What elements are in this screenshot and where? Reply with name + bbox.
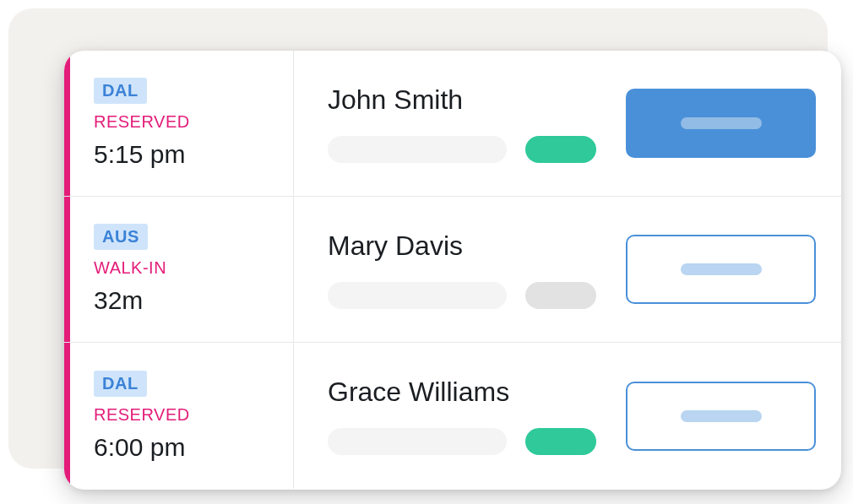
status-indicator xyxy=(525,428,596,455)
action-button[interactable] xyxy=(626,89,816,158)
action-button-label-placeholder xyxy=(681,410,762,422)
location-badge: AUS xyxy=(94,224,148,250)
guest-detail-row xyxy=(328,282,596,309)
action-button[interactable] xyxy=(626,382,816,451)
action-button-label-placeholder xyxy=(681,117,762,129)
time-label: 5:15 pm xyxy=(94,140,276,169)
reservation-row[interactable]: DAL RESERVED 5:15 pm John Smith xyxy=(64,51,841,197)
location-badge: DAL xyxy=(94,371,147,397)
status-label: RESERVED xyxy=(94,112,276,132)
status-indicator xyxy=(525,282,596,309)
reservation-meta: DAL RESERVED 6:00 pm xyxy=(70,343,294,489)
action-button-label-placeholder xyxy=(681,263,762,275)
action-button[interactable] xyxy=(626,235,816,304)
time-label: 6:00 pm xyxy=(94,433,276,462)
reservation-guest: Mary Davis xyxy=(294,197,622,342)
reservation-row[interactable]: AUS WALK-IN 32m Mary Davis xyxy=(64,197,841,343)
reservation-meta: AUS WALK-IN 32m xyxy=(70,197,294,342)
detail-placeholder xyxy=(328,282,507,309)
guest-name: Mary Davis xyxy=(328,230,596,262)
status-label: WALK-IN xyxy=(94,258,276,278)
reservation-row[interactable]: DAL RESERVED 6:00 pm Grace Williams xyxy=(64,343,841,489)
location-badge: DAL xyxy=(94,78,147,104)
status-indicator xyxy=(525,136,596,163)
guest-name: John Smith xyxy=(328,84,596,116)
status-label: RESERVED xyxy=(94,405,276,425)
reservation-action xyxy=(622,51,841,196)
detail-placeholder xyxy=(328,428,507,455)
guest-name: Grace Williams xyxy=(328,377,596,408)
reservation-list-card: DAL RESERVED 5:15 pm John Smith AUS WALK… xyxy=(64,51,841,490)
guest-detail-row xyxy=(328,428,596,455)
detail-placeholder xyxy=(328,136,507,163)
reservation-action xyxy=(622,197,841,342)
time-label: 32m xyxy=(94,286,276,315)
reservation-guest: John Smith xyxy=(294,51,622,196)
reservation-meta: DAL RESERVED 5:15 pm xyxy=(70,51,294,196)
reservation-action xyxy=(622,343,841,489)
guest-detail-row xyxy=(328,136,596,163)
reservation-guest: Grace Williams xyxy=(294,343,622,489)
